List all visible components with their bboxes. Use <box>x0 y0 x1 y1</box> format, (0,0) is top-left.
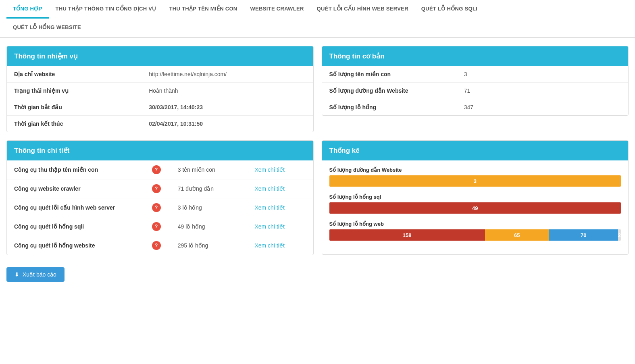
bar-segment: 65 <box>485 229 549 241</box>
nav-row1: TỔNG HỢPTHU THẬP THÔNG TIN CỔNG DỊCH VỤT… <box>6 0 484 19</box>
question-icon: ? <box>152 165 161 174</box>
tool-count: 295 lỗ hổng <box>171 236 248 255</box>
view-detail-link[interactable]: Xem chi tiết <box>247 217 313 236</box>
question-icon: ? <box>152 241 161 250</box>
bar-container: 15865702 <box>329 229 621 241</box>
table-row: Số lượng tên miền con3 <box>322 66 629 83</box>
stats-header: Thống kê <box>322 141 629 160</box>
stat-label: Số lượng đường dẫn Website <box>329 167 621 173</box>
row-label: Địa chỉ website <box>7 66 142 83</box>
row-label: Số lượng lỗ hổng <box>322 99 457 116</box>
row-label: Số lượng tên miền con <box>322 66 457 83</box>
table-row: Thời gian bắt đầu30/03/2017, 14:40:23 <box>7 99 313 116</box>
row-label: Trạng thái nhiệm vụ <box>7 83 142 99</box>
view-detail-link[interactable]: Xem chi tiết <box>247 179 313 198</box>
row-value: 71 <box>457 83 628 99</box>
tool-label: Công cụ quét lỗ hổng website <box>7 236 145 255</box>
tool-icon-cell: ? <box>145 236 171 255</box>
bar-segment: 158 <box>329 229 485 241</box>
question-icon: ? <box>152 222 161 231</box>
table-row: Công cụ thu thập tên miền con?3 tên miền… <box>7 160 313 179</box>
basic-info-table: Số lượng tên miền con3Số lượng đường dẫn… <box>322 66 629 115</box>
detail-info-header: Thông tin chi tiết <box>7 141 313 160</box>
stat-row: Số lượng lỗ hổng web15865702 <box>329 221 621 241</box>
question-icon: ? <box>152 203 161 212</box>
table-row: Số lượng đường dẫn Website71 <box>322 83 629 99</box>
tool-count: 3 lỗ hổng <box>171 198 248 217</box>
basic-info-card: Thông tin cơ bản Số lượng tên miền con3S… <box>322 46 629 132</box>
row-value: 3 <box>457 66 628 83</box>
row-value: 30/03/2017, 14:40:23 <box>142 99 313 116</box>
nav-item[interactable]: TỔNG HỢP <box>6 0 49 19</box>
table-row: Công cụ website crawler?71 đường dẫnXem … <box>7 179 313 198</box>
nav-row2: QUÉT LỖ HỔNG WEBSITE <box>6 19 629 37</box>
bar-segment: 3 <box>329 175 621 187</box>
row-value: Hoàn thành <box>142 83 313 99</box>
bar-segment: 49 <box>329 202 621 214</box>
task-info-table: Địa chỉ websitehttp://leettime.net/sqlni… <box>7 66 313 132</box>
bar-container: 49 <box>329 202 621 214</box>
task-info-header: Thông tin nhiệm vụ <box>7 46 313 66</box>
stats-card: Thống kê Số lượng đường dẫn Website3Số l… <box>322 140 629 255</box>
detail-table: Công cụ thu thập tên miền con?3 tên miền… <box>7 160 313 255</box>
row-value[interactable]: http://leettime.net/sqlninja.com/ <box>142 66 313 83</box>
nav-item[interactable]: THU THẬP THÔNG TIN CỔNG DỊCH VỤ <box>49 0 163 19</box>
table-row: Công cụ quét lỗ hổng sqli?49 lỗ hổngXem … <box>7 217 313 236</box>
bar-segment: 2 <box>618 229 621 241</box>
tool-count: 3 tên miền con <box>171 160 248 179</box>
stat-label: Số lượng lỗ hổng sql <box>329 194 621 200</box>
tool-label: Công cụ thu thập tên miền con <box>7 160 145 179</box>
table-row: Thời gian kết thúc02/04/2017, 10:31:50 <box>7 116 313 132</box>
bar-container: 3 <box>329 175 621 187</box>
view-detail-link[interactable]: Xem chi tiết <box>247 160 313 179</box>
view-detail-link[interactable]: Xem chi tiết <box>247 236 313 255</box>
tool-label: Công cụ quét lỗ hổng sqli <box>7 217 145 236</box>
view-detail-link[interactable]: Xem chi tiết <box>247 198 313 217</box>
tool-icon-cell: ? <box>145 198 171 217</box>
tool-icon-cell: ? <box>145 217 171 236</box>
nav-item[interactable]: QUÉT LỖ HỔNG WEBSITE <box>6 19 87 37</box>
table-row: Trạng thái nhiệm vụHoàn thành <box>7 83 313 99</box>
tool-icon-cell: ? <box>145 160 171 179</box>
nav-item[interactable]: QUÉT LỖI CẤU HÌNH WEB SERVER <box>310 0 415 19</box>
export-label: Xuất báo cáo <box>23 271 56 278</box>
nav-item[interactable]: WEBSITE CRAWLER <box>244 0 310 19</box>
tool-icon-cell: ? <box>145 179 171 198</box>
row-label: Thời gian bắt đầu <box>7 99 142 116</box>
nav-item[interactable]: THU THẬP TÊN MIỀN CON <box>163 0 244 19</box>
tool-count: 71 đường dẫn <box>171 179 248 198</box>
table-row: Công cụ quét lỗ hổng website?295 lỗ hổng… <box>7 236 313 255</box>
nav-item[interactable]: QUÉT LỖ HỔNG SQLI <box>415 0 484 19</box>
table-row: Số lượng lỗ hổng347 <box>322 99 629 116</box>
tool-count: 49 lỗ hổng <box>171 217 248 236</box>
bar-segment: 70 <box>549 229 618 241</box>
row-label: Thời gian kết thúc <box>7 116 142 132</box>
stat-row: Số lượng đường dẫn Website3 <box>329 167 621 187</box>
row-value: 347 <box>457 99 628 116</box>
table-row: Địa chỉ websitehttp://leettime.net/sqlni… <box>7 66 313 83</box>
stat-row: Số lượng lỗ hổng sql49 <box>329 194 621 214</box>
tool-label: Công cụ website crawler <box>7 179 145 198</box>
detail-info-card: Thông tin chi tiết Công cụ thu thập tên … <box>6 140 314 255</box>
task-info-card: Thông tin nhiệm vụ Địa chỉ websitehttp:/… <box>6 46 314 132</box>
tool-label: Công cụ quét lỗi cấu hình web server <box>7 198 145 217</box>
stat-label: Số lượng lỗ hổng web <box>329 221 621 227</box>
question-icon: ? <box>152 184 161 193</box>
download-icon: ⬇ <box>15 271 19 278</box>
basic-info-header: Thông tin cơ bản <box>322 46 629 66</box>
row-value: 02/04/2017, 10:31:50 <box>142 116 313 132</box>
export-button[interactable]: ⬇ Xuất báo cáo <box>6 267 65 282</box>
row-label: Số lượng đường dẫn Website <box>322 83 457 99</box>
table-row: Công cụ quét lỗi cấu hình web server?3 l… <box>7 198 313 217</box>
